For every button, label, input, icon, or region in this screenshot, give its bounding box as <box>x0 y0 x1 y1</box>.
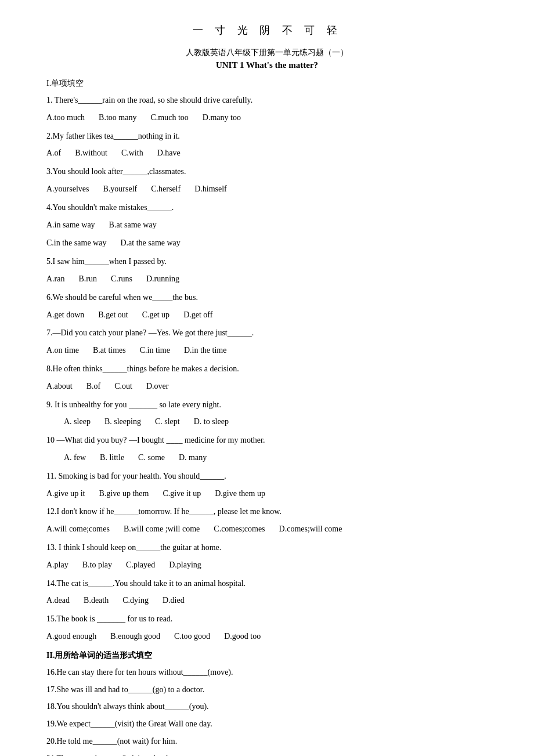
section2-label: II.用所给单词的适当形式填空 <box>46 650 488 661</box>
options-14: A.deadB.deathC.dyingD.died <box>46 594 488 607</box>
question-8: 8.He often thinks______things before he … <box>46 362 488 376</box>
option: C.with <box>121 146 143 160</box>
option: B.too many <box>99 111 136 125</box>
question-q16: 16.He can stay there for ten hours witho… <box>46 665 488 679</box>
option: D.comes;will come <box>279 522 342 536</box>
options-11: A.give up itB.give up themC.give it upD.… <box>46 487 488 501</box>
option: D.died <box>163 594 185 607</box>
option: C. slept <box>155 415 180 429</box>
options-9: A. sleepB. sleepingC. sleptD. to sleep <box>46 415 488 429</box>
option: C.dying <box>122 594 149 607</box>
question-10: 10 —What did you buy? —I bought ____ med… <box>46 433 488 447</box>
option: B.give up them <box>99 487 149 501</box>
option: A.give up it <box>46 487 85 501</box>
question-q18: 18.You shouldn't always think about_____… <box>46 700 488 714</box>
option: D.get off <box>183 308 212 322</box>
question-6: 6.We should be careful when we_____the b… <box>46 291 488 305</box>
question-5: 5.I saw him______when I passed by. <box>46 255 488 269</box>
option: D. many <box>179 451 207 465</box>
option: A.ran <box>46 272 65 286</box>
option: D.himself <box>194 182 227 196</box>
question-1: 1. There's______rain on the road, so she… <box>46 93 488 107</box>
subtitle: 人教版英语八年级下册第一单元练习题（一） <box>46 48 488 58</box>
options-5: A.ranB.runC.runsD.running <box>46 272 488 286</box>
option: A.on time <box>46 343 79 357</box>
option: C. some <box>138 451 165 465</box>
option: A. few <box>64 451 86 465</box>
option: B.of <box>86 379 101 393</box>
option: C.in the same way <box>46 236 106 250</box>
section2-container: 16.He can stay there for ten hours witho… <box>46 665 488 756</box>
option: B.at same way <box>109 218 157 232</box>
option: C.out <box>114 379 132 393</box>
option: C.too good <box>174 630 210 643</box>
option: D.playing <box>169 558 201 572</box>
option: A.good enough <box>46 630 96 643</box>
options-4b: C.in the same wayD.at the same way <box>46 236 488 250</box>
question-9: 9. It is unhealthy for you _______ so la… <box>46 398 488 412</box>
option: A.will come;comes <box>46 522 110 536</box>
question-4: 4.You shouldn't make mistakes______. <box>46 201 488 215</box>
option: D. to sleep <box>194 415 229 429</box>
option: D.good too <box>224 630 261 643</box>
option: D.many too <box>203 111 241 125</box>
option: C.give it up <box>163 487 201 501</box>
option: D.give them up <box>215 487 265 501</box>
option: C.herself <box>151 182 181 196</box>
options-6: A.get downB.get outC.get upD.get off <box>46 308 488 322</box>
options-7: A.on timeB.at timesC.in timeD.in the tim… <box>46 343 488 357</box>
section1-label: I.单项填空 <box>46 78 488 89</box>
option: A.of <box>46 146 61 160</box>
options-8: A.aboutB.ofC.outD.over <box>46 379 488 393</box>
option: D.have <box>157 146 181 160</box>
question-15: 15.The book is _______ for us to read. <box>46 612 488 626</box>
question-q19: 19.We expect______(visit) the Great Wall… <box>46 717 488 731</box>
question-12: 12.I don't know if he______tomorrow. If … <box>46 505 488 519</box>
option: B. sleeping <box>104 415 141 429</box>
options-2: A.ofB.withoutC.withD.have <box>46 146 488 160</box>
option: C.runs <box>111 272 132 286</box>
option: D.at the same way <box>120 236 180 250</box>
option: A.dead <box>46 594 70 607</box>
option: B.will come ;will come <box>124 522 200 536</box>
option: A.too much <box>46 111 85 125</box>
option: C.played <box>126 558 155 572</box>
question-2: 2.My father likes tea______nothing in it… <box>46 129 488 143</box>
option: B.get out <box>98 308 128 322</box>
option: B.without <box>75 146 107 160</box>
question-11: 11. Smoking is bad for your health. You … <box>46 469 488 483</box>
options-4a: A.in same wayB.at same way <box>46 218 488 232</box>
option: B. little <box>100 451 124 465</box>
options-15: A.good enoughB.enough goodC.too goodD.go… <box>46 630 488 643</box>
page-title: 一 寸 光 阴 不 可 轻 <box>46 23 488 37</box>
option: C.get up <box>142 308 169 322</box>
option: B.enough good <box>110 630 160 643</box>
options-3: A.yourselvesB.yourselfC.herselfD.himself <box>46 182 488 196</box>
option: B.to play <box>82 558 112 572</box>
options-1: A.too muchB.too manyC.much tooD.many too <box>46 111 488 125</box>
question-7: 7.—Did you catch your plane? —Yes. We go… <box>46 326 488 340</box>
option: B.death <box>84 594 109 607</box>
option: A. sleep <box>64 415 91 429</box>
option: D.over <box>146 379 169 393</box>
question-14: 14.The cat is______.You should take it t… <box>46 577 488 591</box>
option: B.at times <box>93 343 126 357</box>
option: A.play <box>46 558 68 572</box>
question-q21: 21.They agreed______(help) each other. <box>46 752 488 756</box>
question-q17: 17.She was ill and had to______(go) to a… <box>46 683 488 697</box>
option: D.in the time <box>184 343 227 357</box>
options-13: A.playB.to playC.playedD.playing <box>46 558 488 572</box>
question-3: 3.You should look after______,classmates… <box>46 165 488 179</box>
option: B.yourself <box>103 182 138 196</box>
option: A.about <box>46 379 73 393</box>
options-10: A. fewB. littleC. someD. many <box>46 451 488 465</box>
question-13: 13. I think I should keep on______the gu… <box>46 541 488 555</box>
question-q20: 20.He told me______(not wait) for him. <box>46 735 488 748</box>
unit-title: UNIT 1 What's the matter? <box>46 60 488 70</box>
option: D.running <box>146 272 179 286</box>
option: A.yourselves <box>46 182 89 196</box>
option: C.in time <box>140 343 170 357</box>
questions-container: 1. There's______rain on the road, so she… <box>46 93 488 643</box>
option: A.in same way <box>46 218 95 232</box>
option: C.much too <box>150 111 188 125</box>
